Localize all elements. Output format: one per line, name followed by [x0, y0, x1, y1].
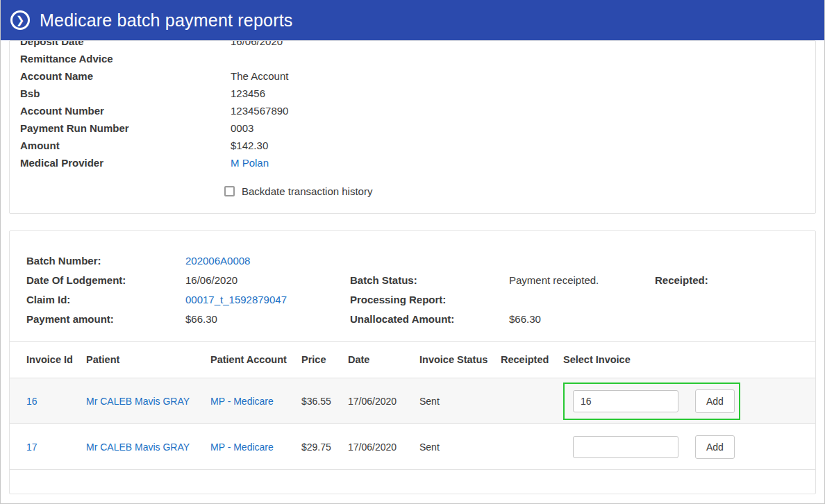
field-row-medical-provider: Medical Provider M Polan [20, 154, 815, 171]
invoice-id-link[interactable]: 17 [26, 442, 86, 453]
backdate-checkbox-label: Backdate transaction history [242, 185, 372, 197]
chevron-right-circle-icon[interactable]: ❯ [10, 10, 30, 30]
payment-amount-value: $66.30 [185, 313, 350, 325]
batch-card: Batch Number: 202006A0008 Date Of Lodgem… [9, 230, 816, 494]
account-name-label: Account Name [20, 70, 231, 82]
add-invoice-button[interactable]: Add [695, 389, 735, 413]
add-invoice-button[interactable]: Add [695, 435, 735, 459]
field-row-bsb: Bsb 123456 [20, 85, 815, 102]
payment-run-number-value: 0003 [231, 122, 253, 134]
page-title: Medicare batch payment reports [40, 10, 293, 31]
claim-id-link[interactable]: 00017_t_1592879047 [185, 294, 350, 305]
price-value: $36.55 [301, 396, 348, 407]
batch-status-label: Batch Status: [350, 274, 509, 286]
patient-link[interactable]: Mr CALEB Mavis GRAY [86, 396, 210, 407]
unallocated-amount-label: Unallocated Amount: [350, 313, 509, 325]
field-row-deposit-date: Deposit Date 16/06/2020 [20, 41, 815, 50]
select-invoice-cell: Add [563, 428, 815, 466]
account-number-value: 1234567890 [231, 105, 288, 117]
remittance-advice-label: Remittance Advice [20, 53, 231, 65]
table-row: 17 Mr CALEB Mavis GRAY MP - Medicare $29… [10, 424, 815, 470]
account-number-label: Account Number [20, 105, 231, 117]
deposit-date-label: Deposit Date [20, 41, 231, 47]
backdate-checkbox-row: Backdate transaction history [224, 185, 815, 197]
patient-account-link[interactable]: MP - Medicare [210, 442, 301, 453]
payment-run-number-label: Payment Run Number [20, 122, 231, 134]
deposit-date-value: 16/06/2020 [231, 41, 283, 47]
receipted-label: Receipted: [655, 274, 815, 286]
select-invoice-highlight-box: Add [563, 383, 740, 420]
payment-amount-label: Payment amount: [26, 313, 185, 325]
amount-value: $142.30 [231, 140, 268, 151]
date-value: 17/06/2020 [348, 396, 419, 407]
col-select-invoice: Select Invoice [563, 354, 815, 365]
col-date: Date [348, 354, 419, 365]
patient-account-link[interactable]: MP - Medicare [210, 396, 301, 407]
invoice-status-value: Sent [419, 442, 501, 453]
select-invoice-input[interactable] [573, 390, 678, 412]
invoice-table: Invoice Id Patient Patient Account Price… [10, 342, 815, 470]
select-invoice-input[interactable] [573, 436, 678, 458]
amount-label: Amount [20, 140, 231, 151]
select-invoice-cell: Add [563, 383, 815, 420]
table-row: 16 Mr CALEB Mavis GRAY MP - Medicare $36… [10, 378, 815, 424]
account-name-value: The Account [231, 70, 288, 82]
bsb-label: Bsb [20, 87, 231, 99]
batch-status-value: Payment receipted. [509, 274, 655, 286]
date-of-lodgement-label: Date Of Lodgement: [26, 274, 185, 286]
field-row-account-name: Account Name The Account [20, 67, 815, 85]
medical-provider-link[interactable]: M Polan [231, 157, 269, 169]
payment-details-card: Deposit Date 16/06/2020 Remittance Advic… [9, 40, 816, 214]
patient-link[interactable]: Mr CALEB Mavis GRAY [86, 442, 210, 453]
bsb-value: 123456 [231, 87, 265, 99]
col-receipted: Receipted [501, 354, 563, 365]
processing-report-label: Processing Report: [350, 294, 509, 305]
app-header: ❯ Medicare batch payment reports [1, 0, 824, 40]
date-of-lodgement-value: 16/06/2020 [185, 274, 350, 286]
col-invoice-id: Invoice Id [26, 354, 86, 365]
claim-id-label: Claim Id: [26, 294, 185, 305]
select-invoice-box: Add [563, 428, 740, 466]
col-price: Price [301, 354, 348, 365]
medical-provider-label: Medical Provider [20, 157, 231, 169]
field-row-account-number: Account Number 1234567890 [20, 102, 815, 119]
field-row-amount: Amount $142.30 [20, 137, 815, 154]
batch-number-label: Batch Number: [26, 255, 185, 267]
invoice-table-header: Invoice Id Patient Patient Account Price… [10, 342, 815, 378]
col-patient-account: Patient Account [210, 354, 301, 365]
unallocated-amount-value: $66.30 [509, 313, 655, 325]
batch-number-link[interactable]: 202006A0008 [185, 255, 350, 267]
field-row-remittance-advice: Remittance Advice [20, 50, 815, 67]
date-value: 17/06/2020 [348, 442, 419, 453]
invoice-id-link[interactable]: 16 [26, 396, 86, 407]
price-value: $29.75 [301, 442, 348, 453]
col-invoice-status: Invoice Status [419, 354, 501, 365]
batch-summary: Batch Number: 202006A0008 Date Of Lodgem… [10, 251, 815, 328]
field-row-payment-run-number: Payment Run Number 0003 [20, 119, 815, 137]
invoice-status-value: Sent [419, 396, 501, 407]
page: ❯ Medicare batch payment reports Deposit… [0, 0, 825, 504]
col-patient: Patient [86, 354, 210, 365]
backdate-checkbox[interactable] [224, 186, 235, 196]
